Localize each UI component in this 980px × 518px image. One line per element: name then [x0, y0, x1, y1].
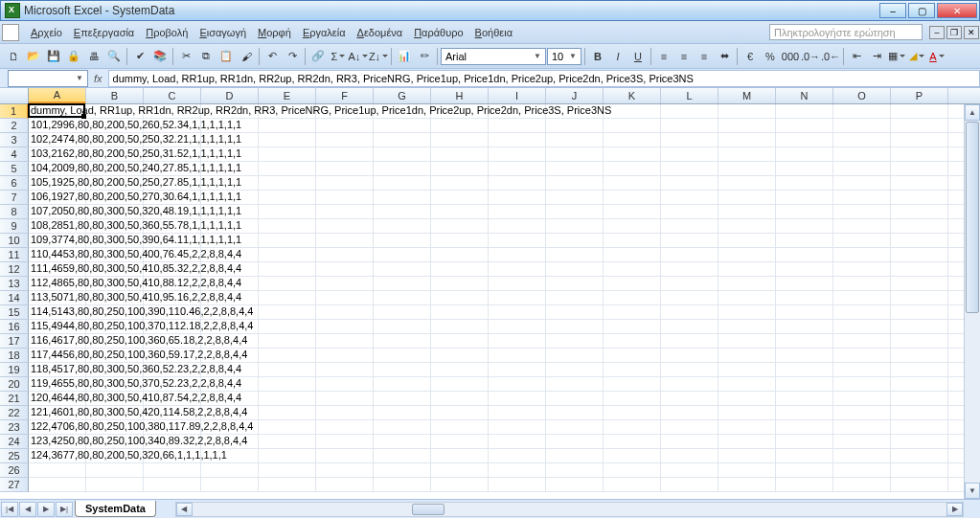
new-icon[interactable]: 🗋	[4, 47, 23, 66]
cell-value[interactable]: 115,4944,80,80,250,100,370,112.18,2,2,8,…	[31, 320, 253, 331]
menu-Εισαγωγή[interactable]: Εισαγωγή	[194, 25, 252, 40]
column-header-B[interactable]: B	[86, 88, 144, 103]
percent-icon[interactable]: %	[761, 47, 780, 66]
menu-Βοήθεια[interactable]: Βοήθεια	[469, 25, 518, 40]
cell-value[interactable]: 122,4706,80,80,250,100,380,117.89,2,2,8,…	[31, 420, 253, 432]
cell-value[interactable]: 119,4655,80,80,300,50,370,52.23,2,2,8,8,…	[31, 377, 241, 389]
column-header-E[interactable]: E	[259, 88, 316, 103]
mdi-minimize-button[interactable]: –	[929, 26, 945, 39]
research-icon[interactable]: 📚	[150, 47, 170, 66]
row-header[interactable]: 23	[0, 420, 29, 435]
cell-value[interactable]: 109,3774,80,80,300,50,390,64.11,1,1,1,1,…	[31, 234, 241, 245]
cell-value[interactable]: 118,4517,80,80,300,50,360,52.23,2,2,8,8,…	[31, 363, 241, 374]
scroll-up-button[interactable]: ▲	[965, 104, 980, 121]
sheet-tab[interactable]: SystemData	[75, 501, 156, 517]
row-header[interactable]: 6	[0, 176, 29, 191]
cell-value[interactable]: 101,2996,80,80,200,50,260,52.34,1,1,1,1,…	[31, 119, 241, 130]
cell-value[interactable]: dummy, Load, RR1up, RR1dn, RR2up, RR2dn,…	[31, 104, 611, 116]
formula-input[interactable]: dummy, Load, RR1up, RR1dn, RR2up, RR2dn,…	[108, 70, 980, 87]
row-header[interactable]: 26	[0, 463, 29, 478]
chart-icon[interactable]: 📊	[395, 47, 414, 66]
select-all-corner[interactable]	[0, 88, 29, 103]
vertical-scrollbar[interactable]: ▲ ▼	[964, 104, 980, 499]
row-header[interactable]: 21	[0, 392, 29, 406]
menu-Επεξεργασία[interactable]: Επεξεργασία	[68, 25, 140, 40]
cell-value[interactable]: 117,4456,80,80,250,100,360,59.17,2,2,8,8…	[31, 349, 247, 360]
sort-desc-icon[interactable]: Z↓	[369, 47, 388, 66]
column-header-M[interactable]: M	[718, 88, 776, 103]
cell-value[interactable]: 107,2050,80,80,300,50,320,48.19,1,1,1,1,…	[31, 205, 241, 216]
decrease-decimal-icon[interactable]: .0←	[821, 47, 840, 66]
row-header[interactable]: 1	[0, 104, 29, 119]
row-header[interactable]: 4	[0, 147, 29, 162]
column-header-P[interactable]: P	[891, 88, 948, 103]
help-search-box[interactable]: Πληκτρολογήστε ερώτηση	[769, 24, 923, 40]
menu-Εργαλεία[interactable]: Εργαλεία	[297, 25, 352, 40]
cell-value[interactable]: 120,4644,80,80,300,50,410,87.54,2,2,8,8,…	[31, 392, 241, 403]
scroll-left-button[interactable]: ◀	[176, 503, 193, 516]
open-icon[interactable]: 📂	[24, 47, 43, 66]
cell-value[interactable]: 112,4865,80,80,300,50,410,88.12,2,2,8,8,…	[31, 277, 241, 288]
bold-button[interactable]: B	[588, 47, 607, 66]
cell-value[interactable]: 108,2851,80,80,300,50,360,55.78,1,1,1,1,…	[31, 219, 241, 231]
scroll-thumb[interactable]	[966, 122, 979, 313]
menu-Δεδομένα[interactable]: Δεδομένα	[352, 25, 409, 40]
row-header[interactable]: 20	[0, 377, 29, 392]
row-header[interactable]: 22	[0, 406, 29, 420]
name-box[interactable]: ▼	[8, 70, 88, 87]
column-header-K[interactable]: K	[604, 88, 661, 103]
cut-icon[interactable]: ✂	[176, 47, 195, 66]
row-header[interactable]: 3	[0, 133, 29, 147]
save-icon[interactable]: 💾	[44, 47, 63, 66]
cell-value[interactable]: 105,1925,80,80,200,50,250,27.85,1,1,1,1,…	[31, 176, 241, 188]
mdi-restore-button[interactable]: ❐	[946, 26, 962, 39]
align-right-icon[interactable]: ≡	[695, 47, 714, 66]
row-header[interactable]: 9	[0, 219, 29, 234]
row-header[interactable]: 14	[0, 291, 29, 305]
column-header-I[interactable]: I	[489, 88, 546, 103]
increase-indent-icon[interactable]: ⇥	[867, 47, 886, 66]
column-header-J[interactable]: J	[546, 88, 604, 103]
row-header[interactable]: 5	[0, 162, 29, 176]
drawing-icon[interactable]: ✏	[415, 47, 434, 66]
column-header-H[interactable]: H	[431, 88, 489, 103]
cell-value[interactable]: 113,5071,80,80,300,50,410,95.16,2,2,8,8,…	[31, 291, 241, 303]
cell-value[interactable]: 111,4659,80,80,300,50,410,85.32,2,2,8,8,…	[31, 262, 241, 274]
cell-value[interactable]: 106,1927,80,80,200,50,270,30.64,1,1,1,1,…	[31, 191, 241, 202]
print-preview-icon[interactable]: 🔍	[104, 47, 124, 66]
row-header[interactable]: 19	[0, 363, 29, 377]
merge-center-icon[interactable]: ⬌	[715, 47, 734, 66]
tab-nav-last[interactable]: ▶|	[56, 502, 73, 517]
row-header[interactable]: 7	[0, 191, 29, 205]
mdi-close-button[interactable]: ✕	[964, 26, 979, 39]
tab-nav-next[interactable]: ▶	[37, 502, 55, 517]
currency-icon[interactable]: €	[741, 47, 760, 66]
format-painter-icon[interactable]: 🖌	[237, 47, 256, 66]
autosum-icon[interactable]: Σ	[329, 47, 348, 66]
column-header-L[interactable]: L	[661, 88, 718, 103]
row-header[interactable]: 18	[0, 349, 29, 363]
cell-value[interactable]: 121,4601,80,80,300,50,420,114.58,2,2,8,8…	[31, 406, 247, 417]
horizontal-scrollbar[interactable]: ◀ ▶	[175, 502, 964, 517]
tab-nav-prev[interactable]: ◀	[19, 502, 36, 517]
borders-icon[interactable]: ▦	[887, 47, 906, 66]
cell-value[interactable]: 110,4453,80,80,300,50,400,76.45,2,2,8,8,…	[31, 248, 241, 259]
undo-icon[interactable]: ↶	[262, 47, 282, 66]
scroll-right-button[interactable]: ▶	[946, 503, 963, 516]
column-header-G[interactable]: G	[374, 88, 431, 103]
fx-icon[interactable]: fx	[94, 73, 103, 84]
underline-button[interactable]: U	[628, 47, 648, 66]
hyperlink-icon[interactable]: 🔗	[308, 47, 328, 66]
row-header[interactable]: 27	[0, 478, 29, 492]
redo-icon[interactable]: ↷	[283, 47, 302, 66]
italic-button[interactable]: I	[608, 47, 627, 66]
font-color-icon[interactable]: A	[927, 47, 946, 66]
decrease-indent-icon[interactable]: ⇤	[847, 47, 866, 66]
row-header[interactable]: 12	[0, 262, 29, 277]
row-header[interactable]: 17	[0, 334, 29, 349]
column-header-A[interactable]: A	[29, 88, 86, 103]
comma-icon[interactable]: 000	[781, 47, 800, 66]
increase-decimal-icon[interactable]: .0→	[801, 47, 820, 66]
permission-icon[interactable]: 🔒	[64, 47, 83, 66]
cell-value[interactable]: 124,3677,80,80,200,50,320,66,1,1,1,1,1,1	[31, 449, 227, 461]
